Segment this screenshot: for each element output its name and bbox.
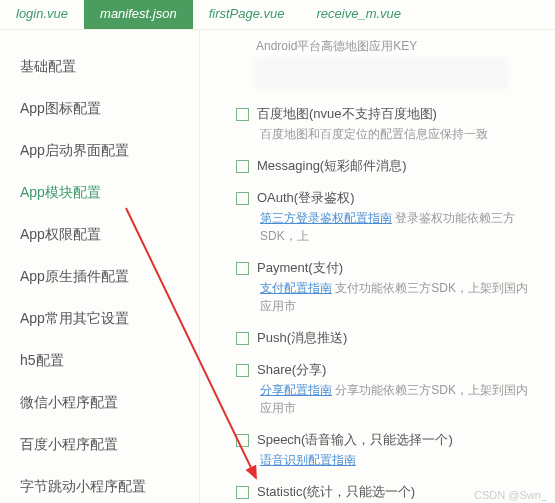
main-area: 基础配置App图标配置App启动界面配置App模块配置App权限配置App原生插… — [0, 30, 555, 503]
module-checkbox[interactable] — [236, 486, 249, 499]
sidebar-item-7[interactable]: h5配置 — [0, 340, 199, 382]
sidebar-item-4[interactable]: App权限配置 — [0, 214, 199, 256]
module-checkbox[interactable] — [236, 160, 249, 173]
module-checkbox[interactable] — [236, 192, 249, 205]
module-item: Payment(支付)支付配置指南 支付功能依赖三方SDK，上架到国内应用市 — [236, 259, 539, 315]
module-link[interactable]: 支付配置指南 — [260, 281, 332, 295]
module-desc: 支付配置指南 支付功能依赖三方SDK，上架到国内应用市 — [260, 279, 539, 315]
sidebar-item-6[interactable]: App常用其它设置 — [0, 298, 199, 340]
sidebar-item-5[interactable]: App原生插件配置 — [0, 256, 199, 298]
module-checkbox[interactable] — [236, 434, 249, 447]
module-desc: 第三方登录鉴权配置指南 登录鉴权功能依赖三方SDK，上 — [260, 209, 539, 245]
tab-1[interactable]: manifest.json — [84, 0, 193, 29]
module-checkbox[interactable] — [236, 364, 249, 377]
module-label: Push(消息推送) — [257, 329, 347, 347]
module-link[interactable]: 第三方登录鉴权配置指南 — [260, 211, 392, 225]
tab-3[interactable]: receive_m.vue — [301, 0, 418, 29]
section-header: Android平台高德地图应用KEY — [256, 38, 539, 55]
sidebar-item-8[interactable]: 微信小程序配置 — [0, 382, 199, 424]
module-label: Statistic(统计，只能选一个) — [257, 483, 415, 501]
module-desc: 分享配置指南 分享功能依赖三方SDK，上架到国内应用市 — [260, 381, 539, 417]
module-checkbox[interactable] — [236, 332, 249, 345]
module-item: 百度地图(nvue不支持百度地图)百度地图和百度定位的配置信息应保持一致 — [236, 105, 539, 143]
module-desc: 百度地图和百度定位的配置信息应保持一致 — [260, 125, 539, 143]
module-label: Messaging(短彩邮件消息) — [257, 157, 407, 175]
module-item: Messaging(短彩邮件消息) — [236, 157, 539, 175]
module-label: Share(分享) — [257, 361, 326, 379]
content-panel: Android平台高德地图应用KEY 百度地图(nvue不支持百度地图)百度地图… — [200, 30, 555, 503]
sidebar-item-2[interactable]: App启动界面配置 — [0, 130, 199, 172]
editor-tabs: login.vuemanifest.jsonfirstPage.vuerecei… — [0, 0, 555, 30]
module-link[interactable]: 分享配置指南 — [260, 383, 332, 397]
module-link[interactable]: 语音识别配置指南 — [260, 453, 356, 467]
sidebar-item-1[interactable]: App图标配置 — [0, 88, 199, 130]
sidebar-item-10[interactable]: 字节跳动小程序配置 — [0, 466, 199, 503]
module-item: Push(消息推送) — [236, 329, 539, 347]
sidebar-item-9[interactable]: 百度小程序配置 — [0, 424, 199, 466]
tab-2[interactable]: firstPage.vue — [193, 0, 301, 29]
key-input-blurred[interactable] — [256, 59, 506, 89]
module-label: OAuth(登录鉴权) — [257, 189, 355, 207]
module-label: 百度地图(nvue不支持百度地图) — [257, 105, 437, 123]
config-sidebar: 基础配置App图标配置App启动界面配置App模块配置App权限配置App原生插… — [0, 30, 200, 503]
module-checkbox[interactable] — [236, 108, 249, 121]
sidebar-item-0[interactable]: 基础配置 — [0, 46, 199, 88]
sidebar-item-3[interactable]: App模块配置 — [0, 172, 199, 214]
module-checkbox[interactable] — [236, 262, 249, 275]
tab-0[interactable]: login.vue — [0, 0, 84, 29]
watermark: CSDN @Swn_ — [474, 489, 547, 501]
module-item: OAuth(登录鉴权)第三方登录鉴权配置指南 登录鉴权功能依赖三方SDK，上 — [236, 189, 539, 245]
module-item: Share(分享)分享配置指南 分享功能依赖三方SDK，上架到国内应用市 — [236, 361, 539, 417]
module-label: Speech(语音输入，只能选择一个) — [257, 431, 453, 449]
module-item: Speech(语音输入，只能选择一个)语音识别配置指南 — [236, 431, 539, 469]
module-label: Payment(支付) — [257, 259, 343, 277]
module-desc: 语音识别配置指南 — [260, 451, 539, 469]
